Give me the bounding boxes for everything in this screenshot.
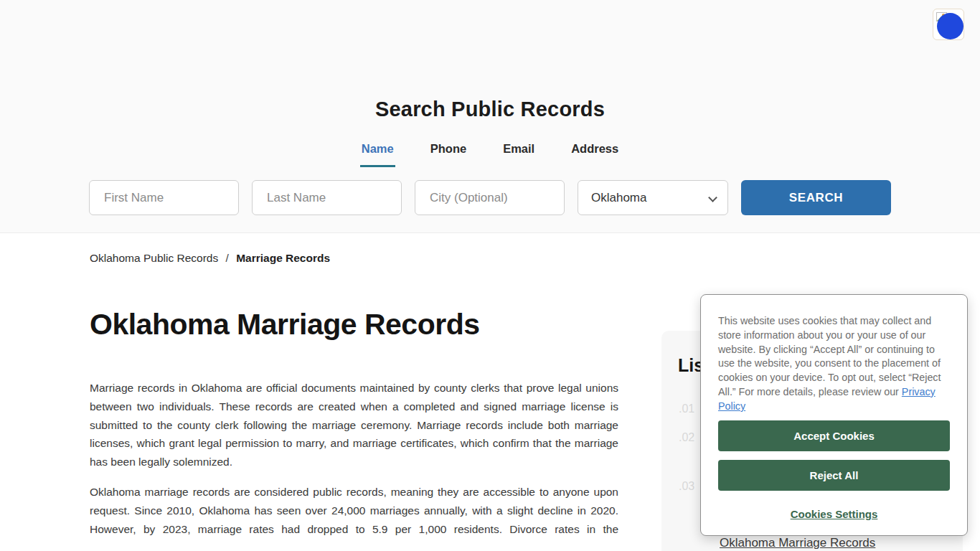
toc-item-number-3: .03 <box>679 480 694 493</box>
cookies-settings-link[interactable]: Cookies Settings <box>718 508 950 520</box>
breadcrumb-parent-link[interactable]: Oklahoma Public Records <box>90 252 218 264</box>
first-name-input[interactable] <box>89 180 239 215</box>
search-form: Oklahoma SEARCH <box>0 180 980 215</box>
state-select-value: Oklahoma <box>591 191 646 205</box>
cookie-consent-dialog: This website uses cookies that may colle… <box>700 294 968 536</box>
city-input[interactable] <box>415 180 565 215</box>
cookie-message: This website uses cookies that may colle… <box>718 314 950 414</box>
breadcrumb: Oklahoma Public Records / Marriage Recor… <box>90 252 980 265</box>
breadcrumb-current: Marriage Records <box>236 252 330 264</box>
site-favicon <box>933 9 964 40</box>
blue-circle-icon <box>937 13 963 39</box>
state-select[interactable]: Oklahoma <box>578 180 728 215</box>
cookie-message-text: This website uses cookies that may colle… <box>718 315 941 397</box>
toc-link-oklahoma-marriage-records[interactable]: Oklahoma Marriage Records <box>720 536 875 550</box>
search-hero-section: Search Public Records Name Phone Email A… <box>0 0 980 233</box>
tab-name[interactable]: Name <box>360 142 395 167</box>
toc-item-number-1: .01 <box>679 402 694 415</box>
tab-address[interactable]: Address <box>570 142 620 167</box>
tab-phone[interactable]: Phone <box>429 142 468 167</box>
breadcrumb-separator: / <box>226 252 229 264</box>
chevron-down-icon <box>708 193 717 202</box>
article-paragraph-1: Marriage records in Oklahoma are officia… <box>90 379 618 471</box>
accept-cookies-button[interactable]: Accept Cookies <box>718 420 950 451</box>
toc-item-number-2: .02 <box>679 431 694 444</box>
search-tabs: Name Phone Email Address <box>0 142 980 167</box>
last-name-input[interactable] <box>252 180 402 215</box>
search-button[interactable]: SEARCH <box>741 180 891 215</box>
page-title: Search Public Records <box>0 0 980 121</box>
article-paragraph-2: Oklahoma marriage records are considered… <box>90 483 618 538</box>
tab-email[interactable]: Email <box>501 142 536 167</box>
reject-all-button[interactable]: Reject All <box>718 460 950 491</box>
